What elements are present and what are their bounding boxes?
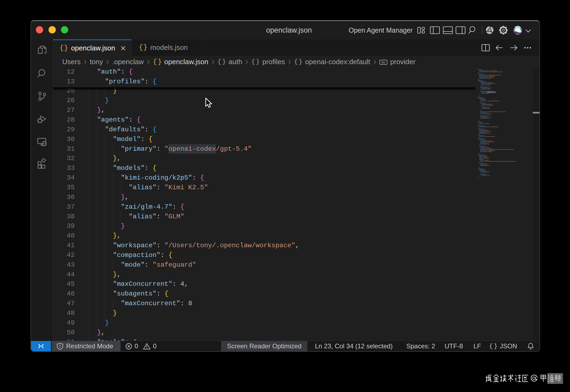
svg-text:abc: abc	[381, 61, 386, 64]
